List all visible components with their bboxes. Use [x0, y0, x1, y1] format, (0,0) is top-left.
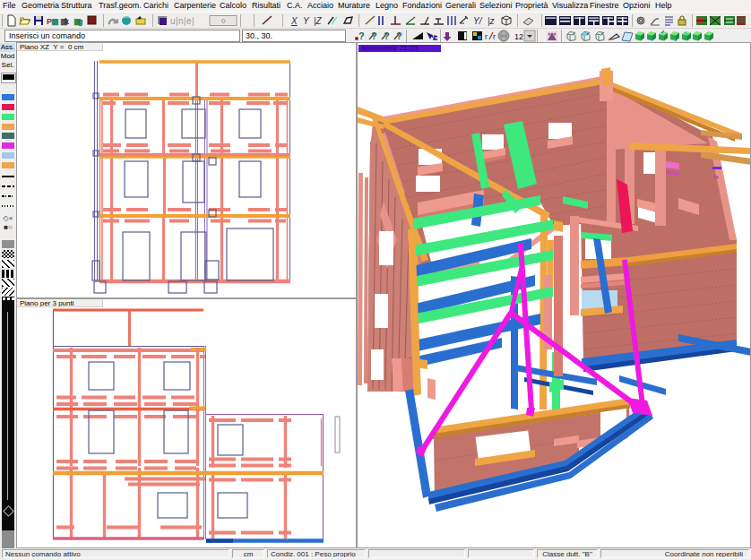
svg-text:12: 12 [514, 32, 523, 41]
svg-text:r: r [493, 32, 496, 41]
svg-text:|Z: |Z [314, 16, 323, 26]
svg-text:74: 74 [713, 175, 719, 180]
svg-text:r: r [485, 32, 488, 41]
svg-text:n: n [178, 16, 184, 26]
svg-text:Y/: Y/ [473, 16, 483, 26]
svg-text:▦: ▦ [51, 17, 59, 26]
svg-text:?: ? [358, 30, 365, 41]
svg-text:g: g [78, 17, 83, 26]
svg-text:|z: |z [488, 16, 495, 26]
svg-text:Y: Y [303, 16, 310, 26]
svg-text:k: k [65, 17, 70, 26]
svg-text:|: | [192, 16, 194, 26]
svg-text:0: 0 [221, 17, 226, 25]
svg-text:u: u [170, 16, 176, 26]
svg-text:X: X [290, 16, 298, 26]
